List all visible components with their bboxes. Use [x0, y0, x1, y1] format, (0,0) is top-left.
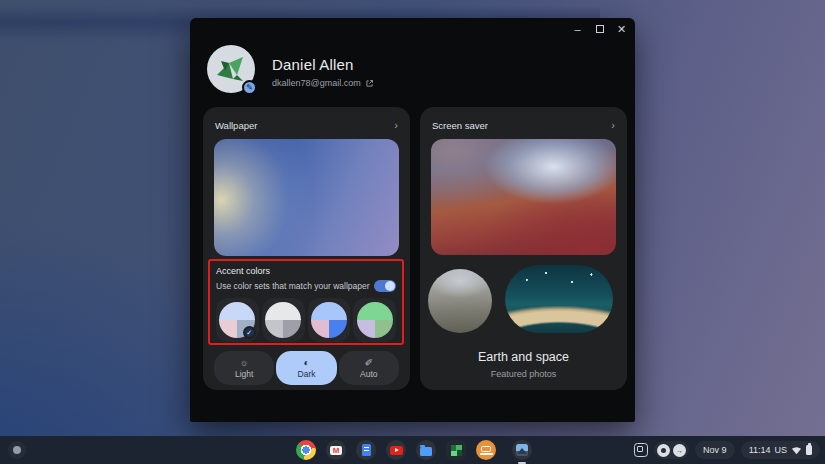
- toggle-knob: [385, 281, 395, 291]
- accent-swatch-4-circle: [357, 302, 393, 338]
- system-tray[interactable]: 11:14 US: [741, 441, 820, 459]
- wallpaper-preview-image[interactable]: [214, 139, 399, 256]
- accent-swatch-1[interactable]: ✓: [216, 298, 259, 342]
- accent-swatch-3[interactable]: [308, 298, 351, 342]
- docs-app-icon[interactable]: [356, 440, 376, 460]
- wallpaper-app-icon[interactable]: [512, 440, 532, 460]
- chevron-right-icon[interactable]: ›: [611, 120, 615, 131]
- sun-icon: ☼: [240, 358, 249, 368]
- wallpaper-card-title: Wallpaper: [215, 120, 257, 131]
- avatar[interactable]: ✎: [207, 45, 255, 93]
- gmail-app-icon[interactable]: M: [326, 440, 346, 460]
- notification-icon-1: [657, 444, 670, 457]
- status-area: → Nov 9 11:14 US: [634, 441, 820, 459]
- wallpaper-match-toggle[interactable]: [374, 280, 396, 292]
- wand-icon: ✐: [365, 358, 373, 368]
- chrome-app-icon[interactable]: [296, 440, 316, 460]
- personalization-window: – ✕ ✎ Daniel Allen dkallen78@gmail.com: [190, 18, 635, 422]
- accent-swatch-row: ✓: [216, 298, 396, 342]
- screensaver-card: Screen saver › Earth and space Featured …: [420, 107, 627, 390]
- green-blocks-app-icon[interactable]: [446, 440, 466, 460]
- theme-light-label: Light: [235, 369, 253, 379]
- wallpaper-card: Wallpaper › Accent colors Use color sets…: [203, 107, 410, 390]
- laptop-glyph: [481, 446, 491, 452]
- folder-glyph: [420, 447, 432, 456]
- window-titlebar: – ✕: [190, 18, 635, 40]
- landscape-glyph: [516, 444, 528, 456]
- city-photo[interactable]: [428, 269, 492, 333]
- screen-capture-icon[interactable]: [634, 443, 648, 457]
- profile-name: Daniel Allen: [272, 56, 374, 73]
- external-link-icon[interactable]: [365, 79, 374, 88]
- explore-app-icon[interactable]: [476, 440, 496, 460]
- locale-label: US: [774, 445, 787, 455]
- minimize-button[interactable]: –: [571, 23, 584, 36]
- wifi-icon: [791, 446, 802, 455]
- notification-icon-2: →: [673, 444, 686, 457]
- profile-email: dkallen78@gmail.com: [272, 78, 361, 88]
- shelf: M → Nov 9 11:14 US: [0, 436, 825, 464]
- youtube-play-glyph: [390, 446, 403, 455]
- accent-swatch-4[interactable]: [353, 298, 396, 342]
- launcher-button[interactable]: [8, 441, 26, 459]
- theme-light-button[interactable]: ☼ Light: [214, 351, 274, 385]
- theme-mode-row: ☼ Light ◐ Dark ✐ Auto: [214, 351, 399, 385]
- screensaver-card-title: Screen saver: [432, 120, 488, 131]
- chevron-right-icon[interactable]: ›: [394, 120, 398, 131]
- docs-glyph: [362, 444, 371, 456]
- gmail-m-glyph: M: [330, 446, 342, 455]
- check-icon: ✓: [246, 329, 252, 337]
- date-pill[interactable]: Nov 9: [695, 441, 735, 459]
- theme-auto-label: Auto: [360, 369, 378, 379]
- theme-dark-button[interactable]: ◐ Dark: [276, 351, 336, 385]
- shelf-apps: M: [296, 440, 532, 460]
- screensaver-preview-image[interactable]: [431, 139, 616, 255]
- maximize-button[interactable]: [593, 23, 606, 36]
- arrow-glyph: →: [676, 447, 683, 454]
- collection-title: Earth and space: [420, 350, 627, 364]
- profile-section: ✎ Daniel Allen dkallen78@gmail.com: [207, 45, 374, 93]
- accent-swatch-2-circle: [265, 302, 301, 338]
- accent-colors-title: Accent colors: [216, 266, 396, 276]
- accent-colors-annotation: Accent colors Use color sets that match …: [208, 259, 404, 345]
- theme-auto-button[interactable]: ✐ Auto: [339, 351, 399, 385]
- theme-dark-label: Dark: [298, 369, 316, 379]
- dot-glyph: [661, 448, 666, 453]
- collection-subtitle: Featured photos: [420, 369, 627, 379]
- maximize-icon: [596, 25, 604, 33]
- battery-icon: [806, 445, 812, 455]
- accent-swatch-2[interactable]: [262, 298, 305, 342]
- launcher-icon: [13, 446, 21, 454]
- close-button[interactable]: ✕: [615, 23, 628, 36]
- clock-label: 11:14: [749, 445, 771, 455]
- screensaver-card-header[interactable]: Screen saver ›: [420, 107, 627, 139]
- contrast-icon: ◐: [303, 358, 309, 368]
- files-app-icon[interactable]: [416, 440, 436, 460]
- green-grid-glyph: [451, 445, 462, 456]
- edit-avatar-badge[interactable]: ✎: [242, 80, 257, 95]
- selected-check-badge: ✓: [243, 326, 256, 339]
- date-label: Nov 9: [703, 445, 727, 455]
- notification-pill[interactable]: →: [654, 441, 689, 459]
- origami-crane-icon: [213, 53, 249, 85]
- accent-toggle-label: Use color sets that match your wallpaper: [216, 281, 370, 291]
- accent-swatch-3-circle: [311, 302, 347, 338]
- coastline-photo[interactable]: [505, 265, 613, 333]
- pencil-icon: ✎: [246, 83, 253, 92]
- wallpaper-card-header[interactable]: Wallpaper ›: [203, 107, 410, 139]
- youtube-app-icon[interactable]: [386, 440, 406, 460]
